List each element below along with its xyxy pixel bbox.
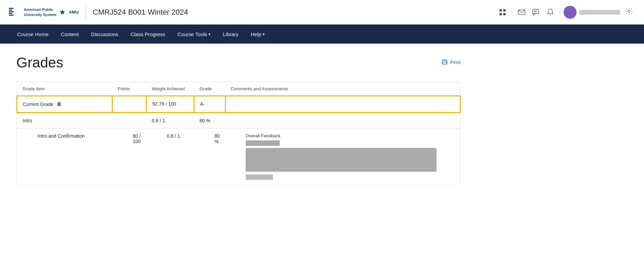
intro-points-cell xyxy=(112,113,147,128)
print-button[interactable]: Print xyxy=(441,59,461,65)
svg-rect-6 xyxy=(503,9,506,12)
avatar xyxy=(564,6,577,19)
current-grade-comments-cell xyxy=(225,96,460,113)
chat-icon xyxy=(532,8,540,16)
nav-course-tools[interactable]: Course Tools ▾ xyxy=(171,25,217,44)
current-grade-row: Current Grade 🖩 92.79 / 100 A- xyxy=(17,96,460,113)
logo-icon xyxy=(8,6,21,19)
intro-category-row: Intro 0.8 / 1 80 % xyxy=(17,113,460,128)
logo-text: American Public University System xyxy=(24,7,56,17)
mail-icon xyxy=(518,8,526,16)
calculator-icon: 🖩 xyxy=(57,101,62,107)
svg-rect-3 xyxy=(9,13,12,14)
intro-weight-cell: 0.8 / 1 xyxy=(147,113,194,128)
indent-weight-cell: 0.8 / 1 xyxy=(147,128,194,185)
print-label: Print xyxy=(450,59,461,65)
col-header-grade: Grade xyxy=(194,82,226,96)
svg-point-17 xyxy=(446,62,447,62)
svg-rect-7 xyxy=(500,13,502,15)
star-icon: ★ xyxy=(59,8,66,17)
svg-rect-4 xyxy=(9,15,14,16)
indent-comments-cell: Overall Feedback xyxy=(225,128,460,185)
main-content: Grades Print Grade Item Points Weight Ac… xyxy=(0,44,477,196)
col-header-grade-item: Grade Item xyxy=(17,82,112,96)
svg-point-14 xyxy=(628,10,630,12)
feedback-redacted-block xyxy=(246,148,436,172)
mail-icon-button[interactable] xyxy=(516,6,528,18)
current-grade-grade-cell: A- xyxy=(194,96,226,113)
course-title: CMRJ524 B001 Winter 2024 xyxy=(93,8,497,17)
nav-course-home[interactable]: Course Home xyxy=(11,25,55,44)
intro-comments-cell xyxy=(225,113,460,128)
indent-item-cell: Intro and Confirmation xyxy=(17,128,112,185)
feedback-redacted-bar-bottom xyxy=(246,174,273,180)
current-grade-label: Current Grade xyxy=(23,102,53,107)
top-header: American Public University System ★ AMU … xyxy=(0,0,644,25)
bell-icon xyxy=(546,8,554,16)
chat-icon-button[interactable] xyxy=(530,6,542,18)
intro-confirmation-row: Intro and Confirmation 80 / 100 0.8 / 1 … xyxy=(17,128,460,185)
nav-help[interactable]: Help ▾ xyxy=(245,25,271,44)
logo-area: American Public University System ★ AMU xyxy=(8,6,79,19)
table-header-row: Grade Item Points Weight Achieved Grade … xyxy=(17,82,460,96)
header-icons xyxy=(497,6,636,19)
indent-grade-cell: 80 % xyxy=(194,128,226,185)
gear-icon xyxy=(625,7,633,15)
chevron-down-icon: ▾ xyxy=(209,32,211,36)
nav-library[interactable]: Library xyxy=(217,25,245,44)
page-header: Grades Print xyxy=(16,55,461,71)
svg-rect-5 xyxy=(500,9,502,12)
intro-grade-cell: 80 % xyxy=(194,113,226,128)
nav-class-progress[interactable]: Class Progress xyxy=(124,25,171,44)
col-header-weight: Weight Achieved xyxy=(147,82,194,96)
nav-content[interactable]: Content xyxy=(55,25,85,44)
current-grade-item-cell: Current Grade 🖩 xyxy=(17,96,112,113)
avatar-area xyxy=(564,6,620,19)
current-grade-weight-cell: 92.79 / 100 xyxy=(147,96,194,113)
header-divider xyxy=(86,5,86,19)
svg-rect-8 xyxy=(503,13,506,15)
intro-item-cell: Intro xyxy=(17,113,112,128)
col-header-points: Points xyxy=(112,82,147,96)
amu-label: AMU xyxy=(68,10,79,15)
nav-discussions[interactable]: Discussions xyxy=(85,25,124,44)
chevron-down-icon-2: ▾ xyxy=(263,32,265,36)
svg-rect-2 xyxy=(9,11,14,12)
page-title: Grades xyxy=(16,55,63,71)
overall-feedback-label: Overall Feedback xyxy=(246,133,455,138)
avatar-name xyxy=(579,10,620,15)
grades-table: Grade Item Points Weight Achieved Grade … xyxy=(16,82,461,185)
print-icon xyxy=(441,59,448,65)
settings-icon-button[interactable] xyxy=(622,6,636,19)
current-grade-points-cell xyxy=(112,96,147,113)
svg-rect-1 xyxy=(9,10,12,11)
indent-points-cell: 80 / 100 xyxy=(112,128,147,185)
col-header-comments: Comments and Assessments xyxy=(225,82,460,96)
grid-icon xyxy=(499,9,506,16)
feedback-redacted-bar-top xyxy=(246,140,280,146)
bell-icon-button[interactable] xyxy=(544,6,556,18)
svg-rect-0 xyxy=(9,8,14,9)
nav-bar: Course Home Content Discussions Class Pr… xyxy=(0,25,644,44)
icon-divider-2 xyxy=(560,7,560,17)
svg-rect-10 xyxy=(533,9,539,14)
apps-icon-button[interactable] xyxy=(497,6,508,18)
svg-rect-16 xyxy=(443,63,446,64)
icon-divider xyxy=(512,7,512,17)
